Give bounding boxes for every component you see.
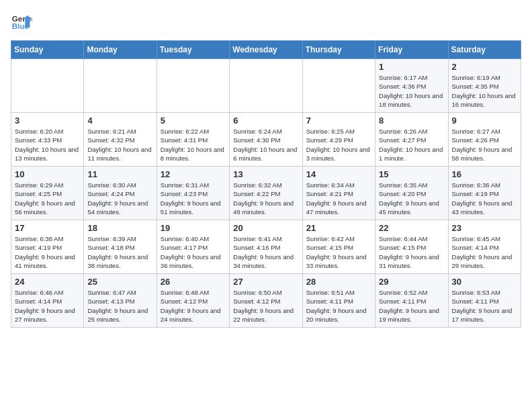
calendar-cell: 23Sunrise: 6:45 AM Sunset: 4:14 PM Dayli… (448, 220, 521, 274)
day-info: Sunrise: 6:51 AM Sunset: 4:11 PM Dayligh… (306, 288, 371, 324)
day-info: Sunrise: 6:47 AM Sunset: 4:13 PM Dayligh… (87, 288, 152, 324)
calendar-cell: 3Sunrise: 6:20 AM Sunset: 4:33 PM Daylig… (11, 113, 84, 167)
calendar-cell: 14Sunrise: 6:34 AM Sunset: 4:21 PM Dayli… (302, 167, 375, 220)
calendar-cell: 21Sunrise: 6:42 AM Sunset: 4:15 PM Dayli… (302, 220, 375, 274)
header-sunday: Sunday (11, 41, 84, 59)
calendar-cell: 16Sunrise: 6:36 AM Sunset: 4:19 PM Dayli… (448, 167, 521, 220)
day-number: 6 (233, 116, 298, 126)
day-number: 19 (161, 223, 226, 233)
calendar-week-3: 10Sunrise: 6:29 AM Sunset: 4:25 PM Dayli… (11, 167, 521, 220)
day-info: Sunrise: 6:34 AM Sunset: 4:21 PM Dayligh… (306, 181, 371, 216)
day-info: Sunrise: 6:41 AM Sunset: 4:16 PM Dayligh… (233, 234, 298, 270)
header-monday: Monday (84, 41, 157, 59)
day-number: 2 (452, 62, 517, 72)
day-info: Sunrise: 6:53 AM Sunset: 4:11 PM Dayligh… (452, 288, 517, 324)
calendar-cell: 11Sunrise: 6:30 AM Sunset: 4:24 PM Dayli… (84, 167, 157, 220)
calendar-cell (302, 59, 375, 113)
logo: General Blue (11, 11, 36, 32)
day-info: Sunrise: 6:19 AM Sunset: 4:35 PM Dayligh… (452, 73, 517, 109)
day-number: 27 (233, 277, 298, 287)
calendar-cell (11, 59, 84, 113)
day-info: Sunrise: 6:30 AM Sunset: 4:24 PM Dayligh… (87, 181, 152, 216)
header-thursday: Thursday (302, 41, 375, 59)
page-header: General Blue (11, 11, 521, 32)
calendar-cell: 24Sunrise: 6:46 AM Sunset: 4:14 PM Dayli… (11, 274, 84, 328)
calendar-cell (230, 59, 302, 113)
header-tuesday: Tuesday (157, 41, 229, 59)
calendar-cell (157, 59, 229, 113)
calendar-cell: 12Sunrise: 6:31 AM Sunset: 4:23 PM Dayli… (157, 167, 229, 220)
calendar-week-1: 1Sunrise: 6:17 AM Sunset: 4:36 PM Daylig… (11, 59, 521, 113)
day-number: 21 (306, 223, 371, 233)
day-number: 1 (379, 62, 444, 72)
day-info: Sunrise: 6:39 AM Sunset: 4:18 PM Dayligh… (87, 234, 152, 270)
calendar-cell: 18Sunrise: 6:39 AM Sunset: 4:18 PM Dayli… (84, 220, 157, 274)
day-info: Sunrise: 6:44 AM Sunset: 4:15 PM Dayligh… (379, 234, 444, 270)
day-number: 11 (87, 169, 152, 179)
calendar-cell: 15Sunrise: 6:35 AM Sunset: 4:20 PM Dayli… (375, 167, 448, 220)
day-number: 17 (15, 223, 80, 233)
calendar-cell: 29Sunrise: 6:52 AM Sunset: 4:11 PM Dayli… (375, 274, 448, 328)
day-number: 24 (15, 277, 80, 287)
day-number: 13 (233, 169, 298, 179)
day-number: 7 (306, 116, 371, 126)
calendar-week-5: 24Sunrise: 6:46 AM Sunset: 4:14 PM Dayli… (11, 274, 521, 328)
calendar-header-row: SundayMondayTuesdayWednesdayThursdayFrid… (11, 41, 521, 59)
calendar-cell (84, 59, 157, 113)
day-number: 16 (452, 169, 517, 179)
day-number: 10 (15, 169, 80, 179)
day-number: 3 (15, 116, 80, 126)
calendar-cell: 13Sunrise: 6:32 AM Sunset: 4:22 PM Dayli… (230, 167, 302, 220)
day-info: Sunrise: 6:36 AM Sunset: 4:19 PM Dayligh… (452, 181, 517, 216)
day-number: 9 (452, 116, 517, 126)
day-info: Sunrise: 6:42 AM Sunset: 4:15 PM Dayligh… (306, 234, 371, 270)
day-number: 28 (306, 277, 371, 287)
calendar-cell: 4Sunrise: 6:21 AM Sunset: 4:32 PM Daylig… (84, 113, 157, 167)
day-info: Sunrise: 6:32 AM Sunset: 4:22 PM Dayligh… (233, 181, 298, 216)
day-number: 30 (452, 277, 517, 287)
calendar-cell: 30Sunrise: 6:53 AM Sunset: 4:11 PM Dayli… (448, 274, 521, 328)
day-info: Sunrise: 6:17 AM Sunset: 4:36 PM Dayligh… (379, 73, 444, 109)
day-info: Sunrise: 6:27 AM Sunset: 4:26 PM Dayligh… (452, 127, 517, 163)
day-info: Sunrise: 6:24 AM Sunset: 4:30 PM Dayligh… (233, 127, 298, 163)
calendar-table: SundayMondayTuesdayWednesdayThursdayFrid… (11, 40, 521, 328)
day-info: Sunrise: 6:21 AM Sunset: 4:32 PM Dayligh… (87, 127, 152, 163)
calendar-cell: 26Sunrise: 6:48 AM Sunset: 4:12 PM Dayli… (157, 274, 229, 328)
calendar-week-2: 3Sunrise: 6:20 AM Sunset: 4:33 PM Daylig… (11, 113, 521, 167)
day-number: 12 (161, 169, 226, 179)
day-number: 25 (87, 277, 152, 287)
day-number: 4 (87, 116, 152, 126)
day-number: 23 (452, 223, 517, 233)
day-info: Sunrise: 6:22 AM Sunset: 4:31 PM Dayligh… (161, 127, 226, 163)
day-number: 20 (233, 223, 298, 233)
day-info: Sunrise: 6:46 AM Sunset: 4:14 PM Dayligh… (15, 288, 80, 324)
logo-icon: General Blue (11, 11, 32, 32)
day-number: 5 (161, 116, 226, 126)
calendar-cell: 17Sunrise: 6:38 AM Sunset: 4:19 PM Dayli… (11, 220, 84, 274)
calendar-cell: 25Sunrise: 6:47 AM Sunset: 4:13 PM Dayli… (84, 274, 157, 328)
day-number: 8 (379, 116, 444, 126)
calendar-cell: 27Sunrise: 6:50 AM Sunset: 4:12 PM Dayli… (230, 274, 302, 328)
day-info: Sunrise: 6:26 AM Sunset: 4:27 PM Dayligh… (379, 127, 444, 163)
day-info: Sunrise: 6:38 AM Sunset: 4:19 PM Dayligh… (15, 234, 80, 270)
day-info: Sunrise: 6:29 AM Sunset: 4:25 PM Dayligh… (15, 181, 80, 216)
header-wednesday: Wednesday (230, 41, 302, 59)
calendar-cell: 6Sunrise: 6:24 AM Sunset: 4:30 PM Daylig… (230, 113, 302, 167)
calendar-cell: 8Sunrise: 6:26 AM Sunset: 4:27 PM Daylig… (375, 113, 448, 167)
day-info: Sunrise: 6:25 AM Sunset: 4:29 PM Dayligh… (306, 127, 371, 163)
day-number: 18 (87, 223, 152, 233)
header-friday: Friday (375, 41, 448, 59)
day-number: 15 (379, 169, 444, 179)
calendar-cell: 19Sunrise: 6:40 AM Sunset: 4:17 PM Dayli… (157, 220, 229, 274)
calendar-cell: 28Sunrise: 6:51 AM Sunset: 4:11 PM Dayli… (302, 274, 375, 328)
day-info: Sunrise: 6:40 AM Sunset: 4:17 PM Dayligh… (161, 234, 226, 270)
calendar-week-4: 17Sunrise: 6:38 AM Sunset: 4:19 PM Dayli… (11, 220, 521, 274)
calendar-cell: 10Sunrise: 6:29 AM Sunset: 4:25 PM Dayli… (11, 167, 84, 220)
calendar-cell: 7Sunrise: 6:25 AM Sunset: 4:29 PM Daylig… (302, 113, 375, 167)
day-info: Sunrise: 6:31 AM Sunset: 4:23 PM Dayligh… (161, 181, 226, 216)
day-info: Sunrise: 6:50 AM Sunset: 4:12 PM Dayligh… (233, 288, 298, 324)
day-info: Sunrise: 6:45 AM Sunset: 4:14 PM Dayligh… (452, 234, 517, 270)
calendar-cell: 2Sunrise: 6:19 AM Sunset: 4:35 PM Daylig… (448, 59, 521, 113)
calendar-cell: 1Sunrise: 6:17 AM Sunset: 4:36 PM Daylig… (375, 59, 448, 113)
day-info: Sunrise: 6:35 AM Sunset: 4:20 PM Dayligh… (379, 181, 444, 216)
